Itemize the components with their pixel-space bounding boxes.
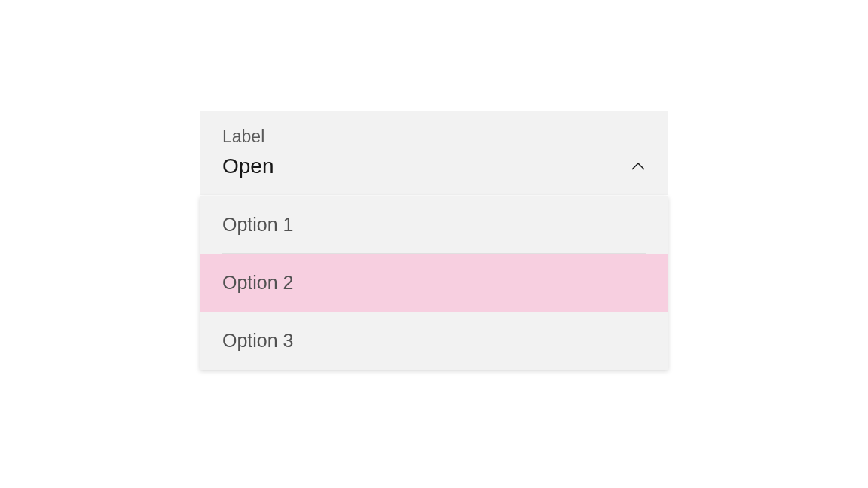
dropdown-option-2[interactable]: Option 2 xyxy=(200,254,668,312)
dropdown-trigger[interactable]: Label Open xyxy=(200,111,668,195)
option-label: Option 3 xyxy=(222,330,294,351)
option-label: Option 1 xyxy=(222,214,294,235)
dropdown-menu: Option 1 Option 2 Option 3 xyxy=(200,196,668,370)
dropdown-container: Label Open Option 1 Option 2 Option 3 xyxy=(200,111,668,370)
dropdown-value: Open xyxy=(222,154,274,178)
dropdown-value-row: Open xyxy=(222,154,646,178)
dropdown-option-1[interactable]: Option 1 xyxy=(200,196,668,254)
dropdown-option-3[interactable]: Option 3 xyxy=(200,312,668,370)
option-label: Option 2 xyxy=(222,272,294,293)
chevron-up-icon xyxy=(631,162,646,171)
dropdown-label: Label xyxy=(222,127,646,147)
